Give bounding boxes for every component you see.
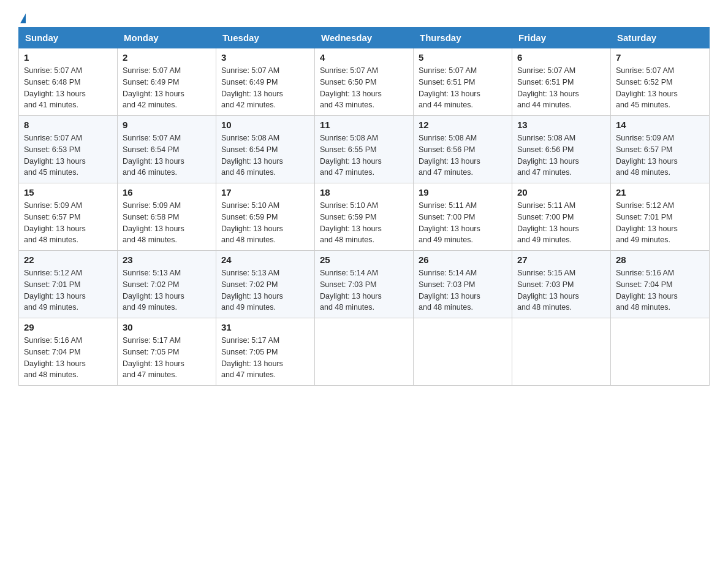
- day-number: 5: [419, 52, 507, 63]
- day-number: 14: [616, 120, 704, 130]
- calendar-cell: 4Sunrise: 5:07 AMSunset: 6:50 PMDaylight…: [315, 48, 414, 116]
- day-info: Sunrise: 5:17 AMSunset: 7:05 PMDaylight:…: [123, 335, 211, 381]
- day-info: Sunrise: 5:11 AMSunset: 7:00 PMDaylight:…: [419, 200, 507, 246]
- day-number: 19: [419, 187, 507, 197]
- calendar-cell: 1Sunrise: 5:07 AMSunset: 6:48 PMDaylight…: [19, 48, 118, 116]
- calendar-week-row: 1Sunrise: 5:07 AMSunset: 6:48 PMDaylight…: [19, 48, 710, 116]
- day-number: 24: [221, 255, 309, 265]
- calendar-header-row: SundayMondayTuesdayWednesdayThursdayFrid…: [19, 28, 710, 48]
- day-number: 6: [517, 52, 605, 63]
- calendar-cell: 6Sunrise: 5:07 AMSunset: 6:51 PMDaylight…: [512, 48, 611, 116]
- calendar-cell: 27Sunrise: 5:15 AMSunset: 7:03 PMDayligh…: [512, 251, 611, 318]
- calendar-cell: 19Sunrise: 5:11 AMSunset: 7:00 PMDayligh…: [414, 183, 512, 251]
- day-info: Sunrise: 5:09 AMSunset: 6:58 PMDaylight:…: [123, 200, 211, 246]
- day-number: 29: [24, 322, 112, 332]
- day-number: 17: [221, 187, 309, 197]
- day-info: Sunrise: 5:08 AMSunset: 6:56 PMDaylight:…: [517, 132, 605, 178]
- day-info: Sunrise: 5:07 AMSunset: 6:53 PMDaylight:…: [24, 132, 112, 178]
- calendar-cell: 21Sunrise: 5:12 AMSunset: 7:01 PMDayligh…: [611, 183, 710, 251]
- weekday-header-friday: Friday: [512, 28, 611, 48]
- day-number: 28: [616, 255, 704, 265]
- day-number: 15: [24, 187, 112, 197]
- day-number: 13: [517, 120, 605, 130]
- day-number: 1: [24, 52, 112, 63]
- day-number: 9: [123, 120, 211, 130]
- day-info: Sunrise: 5:07 AMSunset: 6:54 PMDaylight:…: [123, 132, 211, 178]
- calendar-table: SundayMondayTuesdayWednesdayThursdayFrid…: [18, 27, 710, 386]
- day-info: Sunrise: 5:07 AMSunset: 6:51 PMDaylight:…: [419, 65, 507, 111]
- calendar-cell: 5Sunrise: 5:07 AMSunset: 6:51 PMDaylight…: [414, 48, 512, 116]
- calendar-week-row: 15Sunrise: 5:09 AMSunset: 6:57 PMDayligh…: [19, 183, 710, 251]
- weekday-header-wednesday: Wednesday: [315, 28, 414, 48]
- day-info: Sunrise: 5:13 AMSunset: 7:02 PMDaylight:…: [123, 267, 211, 313]
- calendar-cell: 22Sunrise: 5:12 AMSunset: 7:01 PMDayligh…: [19, 251, 118, 318]
- calendar-cell: 3Sunrise: 5:07 AMSunset: 6:49 PMDaylight…: [216, 48, 315, 116]
- calendar-cell: [414, 318, 512, 386]
- calendar-cell: 14Sunrise: 5:09 AMSunset: 6:57 PMDayligh…: [611, 116, 710, 183]
- day-number: 16: [123, 187, 211, 197]
- calendar-cell: 13Sunrise: 5:08 AMSunset: 6:56 PMDayligh…: [512, 116, 611, 183]
- calendar-cell: 26Sunrise: 5:14 AMSunset: 7:03 PMDayligh…: [414, 251, 512, 318]
- calendar-cell: 31Sunrise: 5:17 AMSunset: 7:05 PMDayligh…: [216, 318, 315, 386]
- day-number: 21: [616, 187, 704, 197]
- day-number: 4: [320, 52, 408, 63]
- day-number: 10: [221, 120, 309, 130]
- day-number: 26: [419, 255, 507, 265]
- day-number: 3: [221, 52, 309, 63]
- calendar-cell: 30Sunrise: 5:17 AMSunset: 7:05 PMDayligh…: [118, 318, 216, 386]
- calendar-cell: 17Sunrise: 5:10 AMSunset: 6:59 PMDayligh…: [216, 183, 315, 251]
- day-info: Sunrise: 5:12 AMSunset: 7:01 PMDaylight:…: [616, 200, 704, 246]
- calendar-cell: 29Sunrise: 5:16 AMSunset: 7:04 PMDayligh…: [19, 318, 118, 386]
- logo: [18, 12, 26, 21]
- day-number: 20: [517, 187, 605, 197]
- day-info: Sunrise: 5:07 AMSunset: 6:52 PMDaylight:…: [616, 65, 704, 111]
- calendar-week-row: 29Sunrise: 5:16 AMSunset: 7:04 PMDayligh…: [19, 318, 710, 386]
- day-number: 12: [419, 120, 507, 130]
- calendar-cell: 18Sunrise: 5:10 AMSunset: 6:59 PMDayligh…: [315, 183, 414, 251]
- day-info: Sunrise: 5:07 AMSunset: 6:49 PMDaylight:…: [221, 65, 309, 111]
- weekday-header-saturday: Saturday: [611, 28, 710, 48]
- day-info: Sunrise: 5:08 AMSunset: 6:56 PMDaylight:…: [419, 132, 507, 178]
- day-info: Sunrise: 5:10 AMSunset: 6:59 PMDaylight:…: [320, 200, 408, 246]
- calendar-cell: 23Sunrise: 5:13 AMSunset: 7:02 PMDayligh…: [118, 251, 216, 318]
- calendar-cell: 2Sunrise: 5:07 AMSunset: 6:49 PMDaylight…: [118, 48, 216, 116]
- day-info: Sunrise: 5:09 AMSunset: 6:57 PMDaylight:…: [616, 132, 704, 178]
- day-number: 27: [517, 255, 605, 265]
- weekday-header-tuesday: Tuesday: [216, 28, 315, 48]
- calendar-week-row: 8Sunrise: 5:07 AMSunset: 6:53 PMDaylight…: [19, 116, 710, 183]
- calendar-cell: [315, 318, 414, 386]
- day-info: Sunrise: 5:16 AMSunset: 7:04 PMDaylight:…: [616, 267, 704, 313]
- day-info: Sunrise: 5:15 AMSunset: 7:03 PMDaylight:…: [517, 267, 605, 313]
- calendar-cell: 10Sunrise: 5:08 AMSunset: 6:54 PMDayligh…: [216, 116, 315, 183]
- day-number: 23: [123, 255, 211, 265]
- calendar-cell: 25Sunrise: 5:14 AMSunset: 7:03 PMDayligh…: [315, 251, 414, 318]
- calendar-cell: [512, 318, 611, 386]
- calendar-cell: 7Sunrise: 5:07 AMSunset: 6:52 PMDaylight…: [611, 48, 710, 116]
- calendar-cell: 20Sunrise: 5:11 AMSunset: 7:00 PMDayligh…: [512, 183, 611, 251]
- calendar-cell: 24Sunrise: 5:13 AMSunset: 7:02 PMDayligh…: [216, 251, 315, 318]
- calendar-cell: 12Sunrise: 5:08 AMSunset: 6:56 PMDayligh…: [414, 116, 512, 183]
- day-info: Sunrise: 5:10 AMSunset: 6:59 PMDaylight:…: [221, 200, 309, 246]
- day-number: 30: [123, 322, 211, 332]
- calendar-cell: 9Sunrise: 5:07 AMSunset: 6:54 PMDaylight…: [118, 116, 216, 183]
- day-info: Sunrise: 5:17 AMSunset: 7:05 PMDaylight:…: [221, 335, 309, 381]
- day-number: 7: [616, 52, 704, 63]
- calendar-week-row: 22Sunrise: 5:12 AMSunset: 7:01 PMDayligh…: [19, 251, 710, 318]
- day-number: 18: [320, 187, 408, 197]
- calendar-cell: [611, 318, 710, 386]
- day-info: Sunrise: 5:14 AMSunset: 7:03 PMDaylight:…: [320, 267, 408, 313]
- weekday-header-thursday: Thursday: [414, 28, 512, 48]
- page-header: [18, 12, 710, 21]
- day-info: Sunrise: 5:07 AMSunset: 6:48 PMDaylight:…: [24, 65, 112, 111]
- day-number: 8: [24, 120, 112, 130]
- day-info: Sunrise: 5:11 AMSunset: 7:00 PMDaylight:…: [517, 200, 605, 246]
- day-info: Sunrise: 5:16 AMSunset: 7:04 PMDaylight:…: [24, 335, 112, 381]
- day-info: Sunrise: 5:14 AMSunset: 7:03 PMDaylight:…: [419, 267, 507, 313]
- day-info: Sunrise: 5:08 AMSunset: 6:54 PMDaylight:…: [221, 132, 309, 178]
- weekday-header-sunday: Sunday: [19, 28, 118, 48]
- day-info: Sunrise: 5:07 AMSunset: 6:49 PMDaylight:…: [123, 65, 211, 111]
- day-info: Sunrise: 5:08 AMSunset: 6:55 PMDaylight:…: [320, 132, 408, 178]
- calendar-cell: 8Sunrise: 5:07 AMSunset: 6:53 PMDaylight…: [19, 116, 118, 183]
- day-info: Sunrise: 5:07 AMSunset: 6:51 PMDaylight:…: [517, 65, 605, 111]
- calendar-cell: 15Sunrise: 5:09 AMSunset: 6:57 PMDayligh…: [19, 183, 118, 251]
